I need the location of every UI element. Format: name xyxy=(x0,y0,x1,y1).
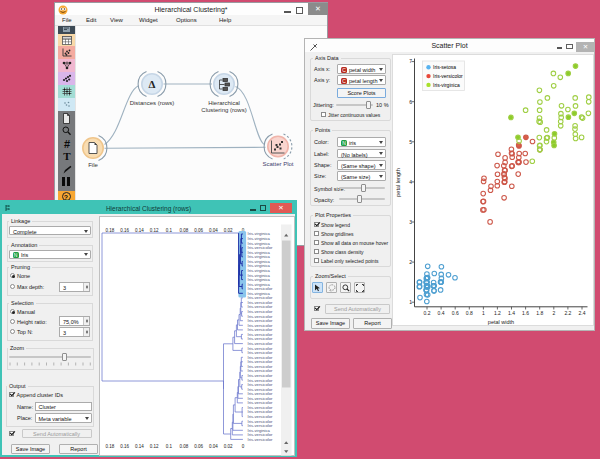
svg-text:0.16: 0.16 xyxy=(120,444,129,449)
svg-text:Clustering (rows): Clustering (rows) xyxy=(201,107,246,113)
svg-text:0.1: 0.1 xyxy=(166,228,173,233)
svg-text:0.6: 0.6 xyxy=(452,310,459,316)
svg-text:0.18: 0.18 xyxy=(106,228,115,233)
svg-text:4: 4 xyxy=(409,178,412,184)
svg-text:Iris-setosa: Iris-setosa xyxy=(433,64,456,70)
svg-text:0.2: 0.2 xyxy=(424,310,431,316)
svg-text:3: 3 xyxy=(409,218,412,224)
svg-text:0.02: 0.02 xyxy=(224,444,233,449)
svg-text:Distances (rows): Distances (rows) xyxy=(130,99,175,105)
svg-text:0.04: 0.04 xyxy=(209,444,218,449)
svg-text:0.06: 0.06 xyxy=(194,444,203,449)
svg-text:7: 7 xyxy=(409,58,412,64)
svg-text:5: 5 xyxy=(409,138,412,144)
svg-text:0.14: 0.14 xyxy=(135,444,144,449)
svg-text:1.6: 1.6 xyxy=(522,310,529,316)
svg-text:1.2: 1.2 xyxy=(494,310,501,316)
svg-text:0.14: 0.14 xyxy=(135,228,144,233)
svg-text:2.4: 2.4 xyxy=(579,310,586,316)
svg-text:0.02: 0.02 xyxy=(224,228,233,233)
svg-text:0.06: 0.06 xyxy=(194,228,203,233)
svg-text:0.8: 0.8 xyxy=(466,310,473,316)
svg-text:6: 6 xyxy=(409,98,412,104)
svg-text:petal length: petal length xyxy=(395,168,401,196)
svg-text:Iris-versicolor: Iris-versicolor xyxy=(433,73,463,79)
svg-text:Scatter Plot: Scatter Plot xyxy=(262,161,293,167)
svg-text:0.16: 0.16 xyxy=(120,228,129,233)
svg-text:2: 2 xyxy=(552,310,555,316)
svg-text:Hierarchical: Hierarchical xyxy=(208,99,240,105)
svg-text:0: 0 xyxy=(242,444,245,449)
svg-text:1.4: 1.4 xyxy=(508,310,515,316)
svg-text:0.04: 0.04 xyxy=(209,228,218,233)
svg-text:0.18: 0.18 xyxy=(106,444,115,449)
svg-text:Δ: Δ xyxy=(149,78,156,90)
svg-text:1: 1 xyxy=(409,299,412,305)
svg-text:File: File xyxy=(88,162,98,168)
svg-text:0.4: 0.4 xyxy=(438,310,445,316)
svg-text:0.12: 0.12 xyxy=(150,444,159,449)
svg-text:0.08: 0.08 xyxy=(179,444,188,449)
svg-text:Iris-virginica: Iris-virginica xyxy=(433,81,460,87)
svg-text:petal width: petal width xyxy=(488,318,514,324)
svg-text:1.8: 1.8 xyxy=(536,310,543,316)
svg-text:0.12: 0.12 xyxy=(150,228,159,233)
svg-text:1: 1 xyxy=(482,310,485,316)
svg-text:0.1: 0.1 xyxy=(166,444,173,449)
svg-text:Iris-versicolor: Iris-versicolor xyxy=(248,437,273,442)
svg-text:2.2: 2.2 xyxy=(564,310,571,316)
svg-text:0.08: 0.08 xyxy=(179,228,188,233)
svg-text:2: 2 xyxy=(409,258,412,264)
